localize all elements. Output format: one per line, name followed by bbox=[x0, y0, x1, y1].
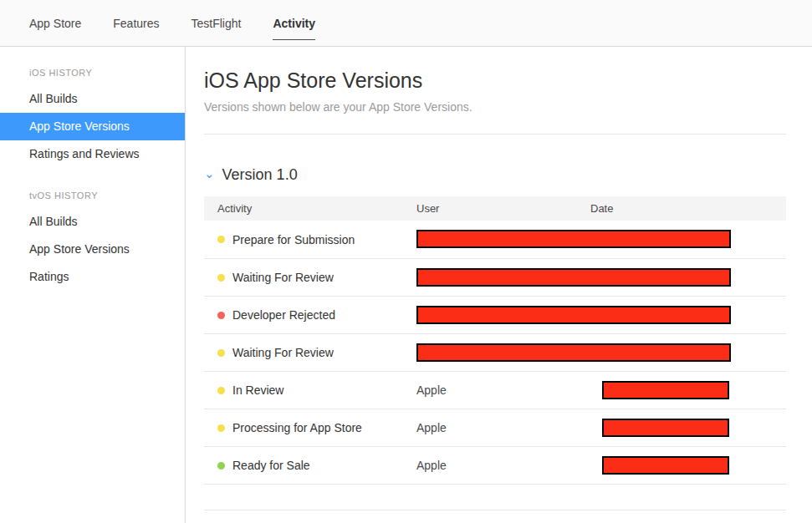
sidebar-section-header-tvos-history: tvOS HISTORY bbox=[0, 190, 185, 201]
activity-cell: Developer Rejected bbox=[204, 296, 416, 333]
nav-tab-activity[interactable]: Activity bbox=[273, 0, 315, 47]
status-dot-yellow bbox=[217, 236, 225, 243]
user-cell: Apple bbox=[416, 371, 590, 409]
status-dot-red bbox=[217, 312, 225, 319]
status-dot-yellow bbox=[217, 349, 225, 357]
activity-cell: Waiting For Review bbox=[204, 258, 416, 296]
page-title: iOS App Store Versions bbox=[204, 69, 786, 93]
redaction-box bbox=[416, 306, 731, 324]
version-section-label: Version 1.0 bbox=[222, 166, 298, 184]
redaction-box bbox=[602, 419, 729, 437]
status-dot-yellow bbox=[217, 424, 225, 432]
page-layout: iOS HISTORYAll BuildsApp Store VersionsR… bbox=[0, 47, 812, 523]
main-content: iOS App Store Versions Versions shown be… bbox=[186, 47, 812, 523]
sidebar-item-all-builds[interactable]: All Builds bbox=[0, 85, 185, 113]
column-header-date: Date bbox=[590, 196, 786, 221]
status-dot-yellow bbox=[217, 274, 225, 282]
table-row: Ready for SaleApple bbox=[204, 446, 786, 484]
activity-label: Ready for Sale bbox=[232, 459, 310, 472]
table-row: Waiting For Review bbox=[204, 333, 786, 371]
title-divider bbox=[204, 134, 786, 135]
status-dot-yellow bbox=[217, 387, 225, 394]
user-date-cell bbox=[416, 258, 786, 296]
redaction-box bbox=[602, 381, 729, 399]
column-header-user: User bbox=[416, 196, 590, 221]
sidebar-item-ratings-and-reviews[interactable]: Ratings and Reviews bbox=[0, 140, 185, 168]
sidebar-item-app-store-versions[interactable]: App Store Versions bbox=[0, 113, 185, 140]
table-header-row: ActivityUserDate bbox=[204, 196, 786, 221]
activity-label: Developer Rejected bbox=[232, 308, 335, 322]
activity-label: Waiting For Review bbox=[232, 271, 334, 284]
status-dot-green bbox=[217, 462, 225, 470]
activity-table-body: Prepare for SubmissionWaiting For Review… bbox=[204, 221, 786, 484]
table-row: Developer Rejected bbox=[204, 296, 786, 333]
activity-label: Processing for App Store bbox=[232, 421, 362, 434]
activity-cell: Ready for Sale bbox=[204, 446, 416, 484]
activity-cell: In Review bbox=[204, 371, 416, 409]
page-subtitle: Versions shown below are your App Store … bbox=[204, 100, 786, 114]
redaction-box bbox=[416, 343, 731, 362]
activity-label: In Review bbox=[232, 383, 283, 397]
nav-tab-features[interactable]: Features bbox=[113, 0, 159, 47]
sidebar-section-header-ios-history: iOS HISTORY bbox=[0, 67, 185, 79]
user-date-cell bbox=[416, 221, 786, 258]
sidebar-item-app-store-versions[interactable]: App Store Versions bbox=[0, 236, 185, 263]
activity-cell: Prepare for Submission bbox=[204, 221, 416, 258]
activity-label: Waiting For Review bbox=[232, 346, 334, 359]
top-navigation: App StoreFeaturesTestFlightActivity bbox=[0, 0, 812, 47]
activity-label: Prepare for Submission bbox=[232, 233, 355, 246]
user-cell: Apple bbox=[416, 409, 590, 446]
activity-cell: Waiting For Review bbox=[204, 333, 416, 371]
redaction-box bbox=[602, 456, 729, 475]
activity-table: ActivityUserDate Prepare for SubmissionW… bbox=[204, 196, 786, 485]
table-row: Prepare for Submission bbox=[204, 221, 786, 258]
user-date-cell bbox=[416, 296, 786, 333]
redaction-box bbox=[416, 268, 731, 287]
nav-tab-testflight[interactable]: TestFlight bbox=[192, 0, 242, 47]
date-cell bbox=[590, 371, 786, 409]
section-bottom-divider bbox=[204, 510, 786, 510]
column-header-activity: Activity bbox=[204, 196, 416, 221]
nav-tab-app-store[interactable]: App Store bbox=[29, 0, 81, 47]
chevron-down-icon: ⌄ bbox=[204, 167, 215, 180]
version-section-toggle[interactable]: ⌄ Version 1.0 bbox=[204, 166, 786, 184]
date-cell bbox=[590, 409, 786, 446]
user-cell: Apple bbox=[416, 446, 590, 484]
sidebar-item-ratings[interactable]: Ratings bbox=[0, 263, 185, 291]
table-row: Processing for App StoreApple bbox=[204, 409, 786, 446]
table-row: Waiting For Review bbox=[204, 258, 786, 296]
user-date-cell bbox=[416, 333, 786, 371]
table-row: In ReviewApple bbox=[204, 371, 786, 409]
sidebar: iOS HISTORYAll BuildsApp Store VersionsR… bbox=[0, 47, 186, 523]
sidebar-item-all-builds[interactable]: All Builds bbox=[0, 208, 185, 236]
activity-cell: Processing for App Store bbox=[204, 409, 416, 446]
date-cell bbox=[590, 446, 786, 484]
redaction-box bbox=[416, 230, 731, 248]
